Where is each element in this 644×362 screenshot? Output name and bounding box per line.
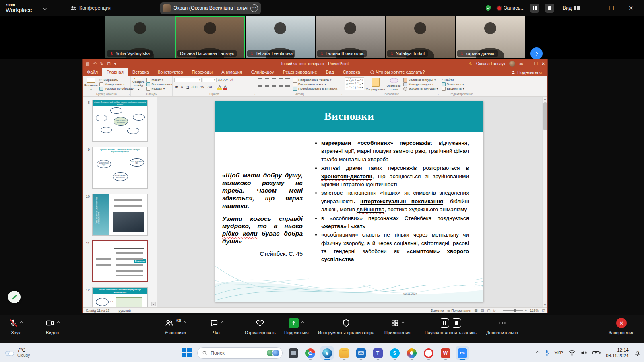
language-switcher[interactable]: УКР bbox=[555, 350, 564, 355]
columns-button[interactable] bbox=[285, 84, 290, 88]
skype-icon[interactable]: S bbox=[388, 346, 401, 360]
scrollbar-thumb[interactable] bbox=[543, 102, 547, 130]
slide-canvas[interactable]: Висновки «Щоб мати добру душу, великого … bbox=[215, 101, 483, 302]
zoom-app-icon[interactable]: zm bbox=[456, 346, 469, 360]
numbering-button[interactable] bbox=[265, 78, 269, 82]
cut-button[interactable]: ✂Вырезать bbox=[99, 78, 134, 82]
pause-stop-record-button[interactable]: Пауза/остановить запись bbox=[425, 318, 477, 335]
zoom-slider[interactable]: −+ bbox=[500, 309, 527, 313]
tab-home[interactable]: Главная bbox=[102, 68, 128, 76]
browser-globe-icon[interactable] bbox=[405, 346, 418, 360]
ppt-restore-button[interactable]: ❐ bbox=[534, 62, 538, 66]
weather-widget[interactable]: 7°C Cloudy bbox=[4, 348, 30, 358]
copy-button[interactable]: Копировать ▾ bbox=[99, 82, 134, 86]
participants-button[interactable]: 68 Участники bbox=[164, 318, 186, 335]
participant-video[interactable]: Tetiana Tveritinova bbox=[246, 16, 315, 58]
ppt-close-button[interactable]: ✕ bbox=[542, 62, 545, 66]
thumbnail-row-12[interactable]: 12 Роман Стейнбека і новелі інтерпретаці… bbox=[85, 287, 148, 307]
annotation-pen-button[interactable] bbox=[8, 291, 21, 303]
folder-icon[interactable] bbox=[337, 346, 351, 360]
notes-button[interactable]: ≡ Заметки bbox=[428, 309, 444, 313]
tab-help[interactable]: Справка bbox=[339, 68, 365, 76]
mail-icon[interactable] bbox=[354, 346, 367, 360]
participants-options-chevron[interactable] bbox=[183, 321, 186, 325]
tell-me-box[interactable]: Что вы хотите сделать? bbox=[370, 70, 425, 76]
tab-file[interactable]: Файл bbox=[83, 68, 102, 76]
pause-recording-button[interactable] bbox=[530, 4, 539, 13]
tab-transitions[interactable]: Переходы bbox=[188, 68, 217, 76]
minimize-button[interactable]: ─ bbox=[585, 5, 599, 11]
underline-button[interactable]: Ч bbox=[186, 85, 190, 89]
dialog-launcher-icon[interactable]: ⌟ bbox=[341, 93, 342, 96]
tab-design[interactable]: Конструктор bbox=[153, 68, 188, 76]
more-button[interactable]: Дополнительно bbox=[486, 318, 518, 335]
warning-icon[interactable]: ⚠ bbox=[468, 61, 472, 66]
editor-scrollbar[interactable]: ▲ ▼ bbox=[542, 97, 547, 307]
apps-button[interactable]: Приложения bbox=[384, 318, 410, 335]
layout-button[interactable]: Макет ▾ bbox=[146, 78, 172, 82]
end-meeting-button[interactable]: ✕ Завершение bbox=[609, 318, 634, 335]
comments-button[interactable]: ▭ Примечания bbox=[447, 309, 471, 313]
smartart-button[interactable]: Преобразовать в SmartArt bbox=[293, 86, 337, 91]
slide-12-thumbnail[interactable]: Роман Стейнбека і новелі інтерпретації і… bbox=[92, 287, 148, 307]
quick-styles-button[interactable]: Экспресс-стили bbox=[387, 77, 402, 91]
participant-video[interactable]: Yuliia Vyshnytska bbox=[105, 16, 175, 58]
align-left-button[interactable] bbox=[258, 84, 262, 88]
bullets-button[interactable] bbox=[258, 78, 262, 82]
dialog-launcher-icon[interactable]: ⌟ bbox=[438, 93, 439, 96]
window-app-icon[interactable] bbox=[287, 346, 300, 360]
opera-icon[interactable] bbox=[422, 346, 435, 360]
paste-button[interactable]: Вставить▾ bbox=[84, 77, 98, 91]
increase-indent-button[interactable] bbox=[279, 78, 283, 82]
shapes-gallery[interactable]: ▭╲╲□○▭△▿ △⌐⌐⇨⇩◠◡▾ ☆◜◝()☆≋▾ bbox=[345, 77, 364, 90]
audio-button[interactable]: Звук bbox=[9, 318, 23, 335]
change-case-button[interactable]: Аа bbox=[206, 85, 213, 89]
thumbnail-row-10[interactable]: 10 Герої роману як «персонажі без іденти… bbox=[85, 194, 148, 236]
thumbnail-row-9[interactable]: 9 Художні топоси – «єднальні ланки» гале… bbox=[85, 147, 148, 189]
ppt-minimize-button[interactable]: ─ bbox=[527, 62, 530, 66]
tab-slideshow[interactable]: Слайд-шоу bbox=[247, 68, 279, 76]
normal-view-icon[interactable]: ▦ bbox=[474, 309, 477, 313]
format-painter-button[interactable]: Формат по образцу bbox=[99, 86, 134, 91]
shape-outline-button[interactable]: Контур фигуры ▾ bbox=[403, 82, 438, 86]
apps-options-chevron[interactable] bbox=[401, 321, 405, 325]
find-button[interactable]: ⌕Найти bbox=[442, 78, 464, 82]
bold-button[interactable]: Ж bbox=[174, 85, 179, 89]
workspace-chevron-icon[interactable] bbox=[43, 6, 47, 10]
restore-button[interactable]: ❐ bbox=[605, 5, 618, 11]
thumbnail-scroll-down-button[interactable]: ▾ bbox=[151, 302, 156, 306]
reset-button[interactable]: Восстановить bbox=[146, 82, 172, 86]
close-button[interactable]: ✕ bbox=[624, 5, 638, 11]
replace-button[interactable]: Заменить ▾ bbox=[442, 82, 464, 86]
video-options-chevron[interactable] bbox=[57, 321, 60, 325]
w-app-icon[interactable]: W bbox=[439, 346, 452, 360]
reading-view-icon[interactable]: ▢ bbox=[487, 309, 490, 313]
align-right-button[interactable] bbox=[272, 84, 276, 88]
stop-recording-button[interactable] bbox=[545, 4, 554, 13]
section-button[interactable]: Раздел ▾ bbox=[146, 86, 172, 91]
participant-video[interactable]: Галина Шовкопляс bbox=[316, 16, 385, 58]
chat-button[interactable]: Чат bbox=[210, 318, 223, 335]
grow-font-button[interactable]: А˄ bbox=[218, 78, 222, 82]
font-size-select[interactable]: ▾ bbox=[203, 78, 217, 82]
chat-options-chevron[interactable] bbox=[221, 321, 224, 325]
thumbnail-row-8[interactable]: 8 «Інший» Ленні серед собі подібних: гал… bbox=[85, 100, 148, 142]
share-screen-button[interactable]: Поделиться bbox=[284, 318, 309, 335]
ribbon-display-icon[interactable]: ▭ bbox=[519, 62, 523, 66]
line-spacing-button[interactable] bbox=[285, 78, 290, 82]
notification-bell-icon[interactable]: z bbox=[634, 350, 641, 356]
tab-review[interactable]: Рецензирование bbox=[279, 68, 322, 76]
text-direction-button[interactable]: Направление текста ▾ bbox=[293, 78, 337, 82]
justify-button[interactable] bbox=[279, 84, 283, 88]
pause-record-icon[interactable] bbox=[440, 318, 449, 328]
select-button[interactable]: Выделить ▾ bbox=[442, 86, 464, 91]
clear-formatting-button[interactable]: А̸ bbox=[229, 78, 233, 82]
volume-icon[interactable] bbox=[581, 350, 587, 356]
fit-slide-icon[interactable]: ◱ bbox=[542, 309, 545, 313]
italic-button[interactable]: К bbox=[180, 85, 184, 89]
slide-11-thumbnail-selected[interactable]: Висновки bbox=[92, 240, 148, 282]
slide-thumbnail-panel[interactable]: 8 «Інший» Ленні серед собі подібних: гал… bbox=[83, 97, 157, 307]
audio-options-chevron[interactable] bbox=[20, 321, 23, 325]
new-slide-button[interactable]: Создать слайд▾ bbox=[132, 77, 144, 91]
clock[interactable]: 12:14 08.11.2024 bbox=[606, 347, 629, 359]
